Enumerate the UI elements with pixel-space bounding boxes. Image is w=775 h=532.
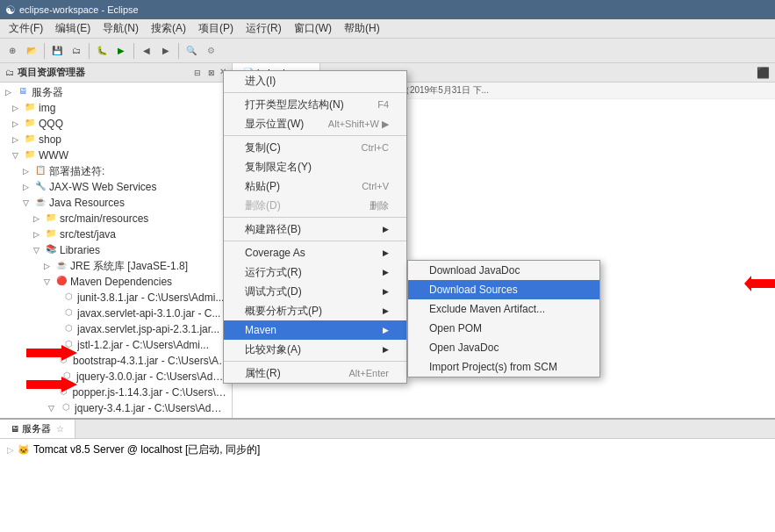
menu-search[interactable]: 搜索(A) bbox=[146, 19, 191, 38]
stop-icon[interactable]: ⬛ bbox=[757, 67, 770, 79]
server-item-label: Tomcat v8.5 Server @ localhost [已启动, 同步的… bbox=[33, 442, 260, 457]
toolbar-save[interactable]: 💾 bbox=[48, 42, 66, 60]
ctx-copylimited[interactable]: 复制限定名(Y) bbox=[224, 157, 406, 176]
tree-item-libraries[interactable]: ▽ 📚 Libraries bbox=[0, 242, 232, 258]
lib-icon: 📚 bbox=[44, 244, 58, 256]
toolbar-saveall[interactable]: 🗂 bbox=[68, 42, 85, 60]
tree-item-jstl[interactable]: ⬡ jstl-1.2.jar - C:\Users\Admi... bbox=[0, 337, 232, 353]
tree-item-bootstrap[interactable]: ⬡ bootstrap-4.3.1.jar - C:\Users\Admi... bbox=[0, 353, 232, 369]
toolbar-debug[interactable]: 🐛 bbox=[93, 42, 111, 60]
jar-icon-javax-jsp: ⬡ bbox=[61, 323, 75, 335]
ctx-enter[interactable]: 进入(I) bbox=[224, 71, 406, 90]
tree-item-jquery300[interactable]: ⬡ jquery-3.0.0.jar - C:\Users\Admi... bbox=[0, 369, 232, 385]
tree-item-jaxws[interactable]: ▷ 🔧 JAX-WS Web Services bbox=[0, 179, 232, 195]
menu-nav[interactable]: 导航(N) bbox=[97, 19, 144, 38]
ctx-profile-label: 概要分析方式(P) bbox=[245, 304, 322, 319]
tree-item-shop[interactable]: ▷ 📁 shop bbox=[0, 132, 232, 147]
tree-item-javax-servlet[interactable]: ⬡ javax.servlet-api-3.1.0.jar - C... bbox=[0, 306, 232, 321]
menu-project[interactable]: 项目(P) bbox=[193, 19, 239, 38]
ctx-copy[interactable]: 复制(C) Ctrl+C bbox=[224, 138, 406, 157]
tree-item-mavendeps[interactable]: ▽ 🔴 Maven Dependencies bbox=[0, 274, 232, 290]
tree-label-shop: shop bbox=[39, 133, 61, 146]
toolbar-back[interactable]: ◀ bbox=[138, 42, 155, 60]
submenu-import-scm[interactable]: Import Project(s) from SCM bbox=[408, 357, 599, 377]
ctx-properties[interactable]: 属性(R) Alt+Enter bbox=[224, 363, 406, 383]
tree-arrow-srcmain: ▷ bbox=[33, 214, 44, 223]
tree-item-javax-jsp[interactable]: ⬡ javax.servlet.jsp-api-2.3.1.jar... bbox=[0, 321, 232, 337]
submenu-open-pom[interactable]: Open POM bbox=[408, 319, 599, 338]
maven-icon: 🔴 bbox=[54, 276, 68, 288]
ctx-copy-label: 复制(C) bbox=[245, 140, 281, 155]
submenu-import-scm-label: Import Project(s) from SCM bbox=[429, 361, 557, 373]
tree-item-javaresources[interactable]: ▽ ☕ Java Resources bbox=[0, 195, 232, 211]
server-collapse-arrow[interactable]: ▷ bbox=[7, 445, 14, 455]
tree-item-srcmain[interactable]: ▷ 📁 src/main/resources bbox=[0, 211, 232, 226]
ctx-opentype-shortcut: F4 bbox=[377, 99, 389, 110]
submenu-dl-javadoc[interactable]: Download JavaDoc bbox=[408, 261, 599, 280]
submenu-dl-sources[interactable]: Download Sources bbox=[408, 280, 599, 299]
ctx-maven-label: Maven bbox=[245, 324, 276, 336]
tree-item-img[interactable]: ▷ 📁 img bbox=[0, 100, 232, 116]
server-icon: 🖥 bbox=[16, 86, 30, 98]
submenu-exclude[interactable]: Exclude Maven Artifact... bbox=[408, 299, 599, 319]
menu-run[interactable]: 运行(R) bbox=[240, 19, 287, 38]
tree-item-junit[interactable]: ⬡ junit-3.8.1.jar - C:\Users\Admi... bbox=[0, 290, 232, 306]
tree-label-jre: JRE 系统库 [JavaSE-1.8] bbox=[70, 259, 188, 274]
menu-file[interactable]: 文件(F) bbox=[4, 19, 48, 38]
ctx-compare[interactable]: 比较对象(A) ▶ bbox=[224, 340, 406, 359]
ctx-profile[interactable]: 概要分析方式(P) ▶ bbox=[224, 301, 406, 320]
tree-item-servers[interactable]: ▷ 🖥 服务器 bbox=[0, 84, 232, 100]
tree-item-jquery341[interactable]: ▽ ⬡ jquery-3.4.1.jar - C:\Users\Administ… bbox=[0, 400, 232, 416]
eclipse-icon: ☯ bbox=[5, 4, 16, 17]
ctx-opentype[interactable]: 打开类型层次结构(N) F4 bbox=[224, 95, 406, 114]
panel-minimize[interactable]: ⊟ bbox=[191, 67, 204, 79]
tree-label-bootstrap: bootstrap-4.3.1.jar - C:\Users\Admi... bbox=[73, 355, 230, 367]
tree-item-descriptor[interactable]: ▷ 📋 部署描述符: bbox=[0, 163, 232, 179]
toolbar-settings[interactable]: ⚙ bbox=[202, 42, 219, 60]
tree-item-popper[interactable]: ⬡ popper.js-1.14.3.jar - C:\Users\Adm... bbox=[0, 385, 232, 400]
ctx-delete[interactable]: 删除(D) 删除 bbox=[224, 196, 406, 215]
ctx-showloc[interactable]: 显示位置(W) Alt+Shift+W ▶ bbox=[224, 114, 406, 133]
bottom-tab-servers[interactable]: 🖥 服务器 ☆ bbox=[0, 420, 75, 438]
ctx-buildpath[interactable]: 构建路径(B) ▶ bbox=[224, 219, 406, 239]
ctx-enter-label: 进入(I) bbox=[245, 74, 276, 89]
menu-help[interactable]: 帮助(H) bbox=[339, 19, 385, 38]
jar-icon-junit: ⬡ bbox=[61, 291, 75, 304]
ctx-coverage[interactable]: Coverage As ▶ bbox=[224, 243, 406, 262]
tree-item-qqq[interactable]: ▷ 📁 QQQ bbox=[0, 116, 232, 132]
tomcat-server-icon: 🐱 bbox=[18, 444, 30, 456]
panel-maximize[interactable]: ⊠ bbox=[205, 67, 218, 79]
tree-arrow-www: ▽ bbox=[12, 151, 23, 160]
tree-label-srctest: src/test/java bbox=[60, 228, 116, 241]
ctx-opentype-label: 打开类型层次结构(N) bbox=[245, 97, 344, 112]
toolbar-search[interactable]: 🔍 bbox=[183, 42, 200, 60]
submenu-open-javadoc-label: Open JavaDoc bbox=[429, 341, 499, 354]
ctx-runas[interactable]: 运行方式(R) ▶ bbox=[224, 262, 406, 282]
folder-icon-shop: 📁 bbox=[23, 133, 37, 146]
menu-edit[interactable]: 编辑(E) bbox=[50, 19, 96, 38]
ctx-showloc-shortcut: Alt+Shift+W ▶ bbox=[328, 119, 389, 130]
config-icon-descriptor: 📋 bbox=[33, 165, 47, 177]
tree-item-www[interactable]: ▽ 📁 WWW bbox=[0, 147, 232, 163]
toolbar-forward[interactable]: ▶ bbox=[157, 42, 175, 60]
tree-item-srctest[interactable]: ▷ 📁 src/test/java bbox=[0, 226, 232, 242]
project-explorer-title: 项目资源管理器 bbox=[18, 66, 85, 79]
tree-item-jre[interactable]: ▷ ☕ JRE 系统库 [JavaSE-1.8] bbox=[0, 258, 232, 274]
submenu-open-javadoc[interactable]: Open JavaDoc bbox=[408, 338, 599, 357]
ctx-debugas[interactable]: 调试方式(D) ▶ bbox=[224, 282, 406, 301]
ctx-paste[interactable]: 粘贴(P) Ctrl+V bbox=[224, 176, 406, 196]
submenu-dl-sources-label: Download Sources bbox=[429, 284, 518, 296]
editor-actions: ⬛ bbox=[751, 63, 775, 82]
menu-window[interactable]: 窗口(W) bbox=[289, 19, 337, 38]
toolbar-open[interactable]: 📂 bbox=[23, 42, 40, 60]
tree-label-qqq: QQQ bbox=[39, 118, 63, 130]
server-item-tomcat[interactable]: ▷ 🐱 Tomcat v8.5 Server @ localhost [已启动,… bbox=[0, 441, 775, 458]
toolbar-new[interactable]: ⊕ bbox=[4, 42, 21, 60]
ctx-delete-shortcut: 删除 bbox=[370, 199, 389, 212]
window-title-bar: ☯ eclipse-workspace - Eclipse bbox=[0, 0, 775, 19]
jre-icon: ☕ bbox=[54, 260, 68, 272]
ctx-maven[interactable]: Maven ▶ bbox=[224, 320, 406, 340]
ctx-coverage-label: Coverage As bbox=[245, 247, 305, 259]
ctx-buildpath-arrow: ▶ bbox=[383, 225, 389, 234]
toolbar-run[interactable]: ▶ bbox=[112, 42, 130, 60]
